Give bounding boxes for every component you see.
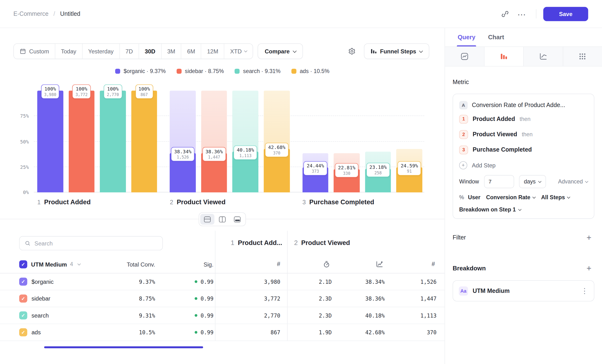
view-toggle [199, 212, 246, 226]
sig-header[interactable]: Sig. [157, 255, 215, 273]
median-time-cell: 2.1D [287, 273, 333, 290]
chevron-down-icon[interactable] [78, 262, 81, 265]
total-conv-header[interactable]: Total Conv. [115, 255, 157, 273]
funnel-bar-organic-step-1[interactable]: 100%3,980 [37, 91, 63, 192]
search-field[interactable] [19, 236, 163, 250]
add-filter-button[interactable]: + [584, 232, 594, 243]
row-checkbox[interactable]: ✓ [19, 311, 27, 320]
count-column-icon[interactable]: # [386, 255, 438, 273]
sig-dot [195, 297, 197, 300]
bar-conversion-pct: 100% [75, 86, 88, 92]
bar-conversion-pct: 38.36% [205, 149, 223, 154]
table-step1-header: 1 Product Add... [215, 231, 287, 256]
range-yesterday[interactable]: Yesterday [82, 44, 119, 59]
kebab-menu-icon[interactable]: ⋮ [581, 286, 588, 295]
window-unit-select[interactable]: days [519, 175, 546, 188]
search-input[interactable] [34, 240, 157, 246]
table-scrollbar[interactable] [44, 346, 203, 348]
step2-pct-cell: 40.18% [333, 307, 386, 324]
metric-title-row[interactable]: A Conversion Rate of Product Adde... [459, 99, 588, 111]
bar-user-count: 1,526 [174, 155, 191, 160]
row-name: search [31, 312, 49, 319]
bar-user-count: 2,770 [107, 92, 119, 97]
count-column-icon[interactable]: # [215, 255, 287, 273]
row-checkbox[interactable]: ✓ [19, 328, 27, 336]
conversion-chart-column-icon[interactable] [333, 255, 386, 273]
funnel-bar-ads-step-3[interactable]: 24.59%91 [396, 91, 422, 192]
breadcrumb-project[interactable]: E-Commerce [13, 10, 48, 17]
total-conv-cell: 10.5% [115, 324, 157, 341]
legend-item-organic[interactable]: $organic · 9.37% [115, 68, 166, 74]
chart-type-tab-segmentation[interactable] [563, 47, 602, 66]
funnel-bar-organic-step-2[interactable]: 38.34%1,526 [170, 91, 196, 192]
bar-user-count: 867 [139, 92, 150, 97]
conversion-rate-select[interactable]: Conversion Rate [486, 194, 536, 200]
tab-chart[interactable]: Chart [488, 28, 504, 46]
breadcrumb-title[interactable]: Untitled [60, 10, 80, 17]
settings-gear-icon[interactable] [344, 44, 359, 59]
all-steps-select[interactable]: All Steps [541, 194, 570, 200]
chart-type-tab-line[interactable] [445, 47, 484, 66]
window-value-input[interactable] [484, 175, 514, 188]
step1-count-cell: 3,980 [215, 273, 287, 290]
funnel-bar-sidebar-step-3[interactable]: 22.81%330 [334, 91, 360, 192]
range-6m[interactable]: 6M [181, 44, 201, 59]
legend-item-sidebar[interactable]: sidebar · 8.75% [176, 68, 224, 74]
add-breakdown-button[interactable]: + [584, 263, 594, 274]
total-conv-cell: 9.31% [115, 307, 157, 324]
query-sidebar: Query Chart Metric [445, 28, 602, 364]
select-all-checkbox[interactable]: ✓ [19, 260, 27, 268]
funnel-bar-sidebar-step-1[interactable]: 100%3,772 [68, 91, 94, 192]
bar-value-label: 38.34%1,526 [171, 147, 194, 161]
step-connector: then [522, 131, 533, 138]
sig-dot [195, 331, 197, 334]
funnel-bar-search-step-3[interactable]: 23.18%258 [365, 91, 391, 192]
bar-conversion-pct: 24.44% [307, 163, 324, 169]
breakdown-column-header[interactable]: ✓ UTM Medium 4 [0, 255, 115, 273]
row-checkbox[interactable]: ✓ [19, 295, 27, 303]
more-menu-icon[interactable]: ... [514, 6, 529, 21]
view-bottom-panel-button[interactable] [230, 214, 244, 225]
row-checkbox[interactable]: ✓ [19, 278, 27, 286]
chart-type-tab-funnel[interactable] [484, 47, 524, 66]
tab-query[interactable]: Query [458, 28, 475, 46]
range-custom[interactable]: Custom [14, 44, 55, 59]
chart-type-button[interactable]: Funnel Steps [364, 43, 429, 59]
funnel-bar-search-step-1[interactable]: 100%2,770 [100, 91, 126, 192]
range-30d[interactable]: 30D [139, 44, 161, 59]
sig-dot [195, 280, 197, 283]
breakdown-on-select[interactable]: Breakdown on Step 1 [459, 207, 588, 213]
funnel-step-row-1[interactable]: 1 Product Added then [459, 111, 588, 127]
range-today[interactable]: Today [55, 44, 82, 59]
funnel-bar-ads-step-1[interactable]: 100%867 [131, 91, 157, 192]
step2-pct-cell: 42.68% [333, 324, 386, 341]
advanced-toggle[interactable]: Advanced [558, 179, 588, 185]
step-event-name: Product Added [473, 116, 515, 123]
funnel-bar-search-step-2[interactable]: 40.18%1,113 [233, 91, 258, 192]
median-time-column-icon[interactable] [287, 255, 333, 273]
funnel-bar-ads-step-2[interactable]: 42.68%370 [264, 91, 290, 192]
funnel-bar-organic-step-3[interactable]: 24.44%373 [302, 91, 328, 192]
legend-item-search[interactable]: search · 9.31% [235, 68, 281, 74]
range-xtd[interactable]: XTD [224, 44, 253, 59]
add-step-button[interactable]: + Add Step [459, 157, 588, 173]
measure-user-select[interactable]: User [468, 194, 480, 200]
chart-type-tab-retention[interactable] [524, 47, 563, 66]
save-button[interactable]: Save [543, 7, 588, 21]
compare-button[interactable]: Compare [258, 43, 303, 59]
breakdown-card[interactable]: Aa UTM Medium ⋮ [452, 280, 594, 301]
funnel-bar-sidebar-step-2[interactable]: 38.36%1,447 [201, 91, 227, 192]
legend-item-ads[interactable]: ads · 10.5% [291, 68, 329, 74]
range-3m[interactable]: 3M [161, 44, 181, 59]
view-split-horizontal-button[interactable] [200, 214, 214, 225]
funnel-step-row-2[interactable]: 2 Product Viewed then [459, 127, 588, 142]
bar-value-label: 100%867 [135, 85, 153, 99]
range-12m[interactable]: 12M [201, 44, 224, 59]
row-name: $organic [31, 278, 54, 285]
range-7d[interactable]: 7D [119, 44, 139, 59]
funnel-step-row-3[interactable]: 3 Purchase Completed [459, 142, 588, 157]
share-link-icon[interactable] [498, 6, 512, 21]
view-split-vertical-button[interactable] [215, 214, 229, 225]
bar-user-count: 258 [369, 170, 387, 175]
measure-scope-label: All Steps [541, 194, 565, 200]
